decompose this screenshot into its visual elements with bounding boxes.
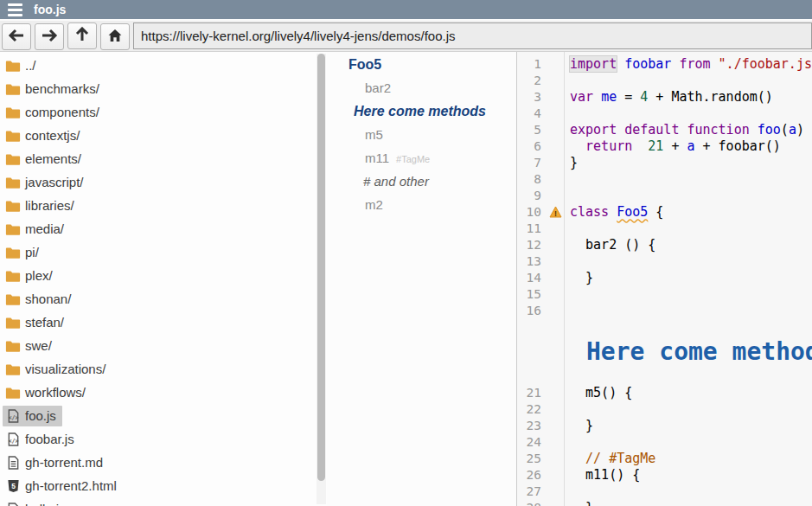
menu-icon[interactable] (8, 3, 22, 16)
outline-label: # and other (363, 174, 429, 189)
code-line-6[interactable]: 6 return 21 + a + foobar() (517, 138, 812, 154)
line-number: 6 (517, 139, 546, 153)
warning-icon[interactable]: ! (546, 206, 565, 218)
outline-label: m11 (365, 151, 389, 165)
code-text: export default function foo(a) (570, 122, 804, 138)
outline-label: bar2 (365, 80, 391, 95)
line-number: 22 (517, 402, 546, 416)
line-number: 27 (517, 484, 546, 498)
outline-item-foo5[interactable]: Foo5 (327, 57, 516, 80)
file-row-gh-torrent2-html[interactable]: 5gh-torrent2.html (0, 474, 327, 497)
file-row-javascript[interactable]: javascript/ (0, 170, 327, 194)
code-line-3[interactable]: 3var me = 4 + Math.random() (517, 88, 812, 105)
code-line-28[interactable]: 28 } (517, 499, 812, 506)
code-line-4[interactable]: 4 (517, 105, 812, 121)
folder-icon (4, 338, 22, 354)
file-row-gh-torrent-md[interactable]: gh-torrent.md (0, 451, 327, 474)
file-row-media[interactable]: media/ (0, 217, 327, 240)
file-row-shonan[interactable]: shonan/ (0, 287, 327, 311)
scrollbar-thumb[interactable] (317, 54, 325, 481)
up-button[interactable] (67, 22, 97, 49)
code-line-2[interactable]: 2 (517, 72, 812, 88)
code-line-11[interactable]: 11 (517, 220, 812, 236)
url-input[interactable] (133, 22, 812, 49)
code-line-21[interactable]: 21 m5() { (517, 384, 812, 400)
outline-item-m11[interactable]: m11#TagMe (327, 151, 516, 174)
line-number: 23 (517, 419, 546, 432)
file-label: components/ (25, 105, 99, 119)
folder-icon (4, 268, 22, 284)
code-line-12[interactable]: 12 bar2 () { (517, 236, 812, 253)
home-button[interactable] (100, 23, 130, 50)
file-label: gh-torrent2.html (25, 478, 117, 493)
code-line-25[interactable]: 25 // #TagMe (517, 450, 812, 466)
file-list-scrollbar[interactable] (316, 54, 326, 504)
line-number: 12 (517, 238, 546, 252)
file-row-[interactable]: ../ (0, 54, 327, 77)
file-row-swe[interactable]: swe/ (0, 334, 327, 357)
file-row-foobar-js[interactable]: </>foobar.js (0, 427, 327, 451)
code-line-10[interactable]: 10!class Foo5 { (517, 203, 812, 220)
file-row-plex[interactable]: plex/ (0, 264, 327, 287)
line-number: 25 (517, 452, 546, 465)
code-line-5[interactable]: 5export default function foo(a) (517, 121, 812, 138)
file-row-benchmarks[interactable]: benchmarks/ (0, 77, 327, 100)
file-row-hello-js[interactable]: </>hello.js (0, 497, 327, 506)
file-row-components[interactable]: components/ (0, 100, 327, 124)
code-editor-pane[interactable]: 1import foobar from "./foobar.js"23var m… (517, 52, 812, 506)
line-number: 11 (517, 221, 546, 235)
folder-icon (4, 291, 22, 307)
file-row-pi[interactable]: pi/ (0, 240, 327, 264)
code-line-7[interactable]: 7} (517, 154, 812, 170)
main-area: ../benchmarks/components/contextjs/eleme… (0, 52, 812, 506)
line-number: 8 (517, 172, 546, 186)
svg-text:</>: </> (8, 437, 18, 444)
svg-text:!: ! (554, 208, 557, 217)
outline-label: Foo5 (348, 57, 381, 73)
code-line-26[interactable]: 26 m11() { (517, 466, 812, 483)
code-text: return 21 + a + foobar() (570, 138, 781, 154)
code-text: // #TagMe (570, 451, 655, 466)
file-label: media/ (25, 221, 64, 236)
code-line-1[interactable]: 1import foobar from "./foobar.js" (517, 55, 812, 72)
outline-item-m2[interactable]: m2 (327, 197, 516, 221)
arrow-up-icon (75, 27, 89, 45)
svg-text:5: 5 (11, 481, 16, 490)
code-text: } (570, 418, 593, 433)
code-heading-line[interactable]: Here come methods (517, 318, 812, 384)
line-number: 15 (517, 287, 546, 301)
file-label: foobar.js (25, 432, 74, 446)
outline-item-m5[interactable]: m5 (327, 127, 516, 151)
code-line-15[interactable]: 15 (517, 285, 812, 302)
outline-pane: Foo5bar2Here come methodsm5m11#TagMe# an… (327, 52, 517, 506)
line-number: 24 (517, 435, 546, 449)
file-row-visualizations[interactable]: visualizations/ (0, 357, 327, 381)
file-row-stefan[interactable]: stefan/ (0, 311, 327, 334)
code-line-16[interactable]: 16 (517, 302, 812, 318)
file-row-elements[interactable]: elements/ (0, 147, 327, 170)
code-line-27[interactable]: 27 (517, 483, 812, 499)
outline-label: m5 (365, 127, 383, 142)
outline-item-and-other[interactable]: # and other (327, 174, 516, 197)
forward-button[interactable] (35, 23, 64, 50)
gutter-separator (564, 52, 565, 506)
file-label: javascript/ (25, 175, 84, 189)
file-row-contextjs[interactable]: contextjs/ (0, 124, 327, 147)
navigation-bar (0, 19, 812, 52)
code-line-14[interactable]: 14 } (517, 269, 812, 285)
file-label: shonan/ (25, 291, 71, 306)
file-row-workflows[interactable]: workflows/ (0, 381, 327, 404)
code-line-13[interactable]: 13 (517, 253, 812, 269)
outline-item-bar2[interactable]: bar2 (327, 80, 516, 104)
code-line-22[interactable]: 22 (517, 400, 812, 417)
file-row-foo-js[interactable]: </>foo.js (0, 404, 327, 427)
code-line-23[interactable]: 23 } (517, 417, 812, 433)
code-line-9[interactable]: 9 (517, 187, 812, 203)
file-row-libraries[interactable]: libraries/ (0, 194, 327, 217)
back-button[interactable] (2, 23, 31, 50)
code-line-8[interactable]: 8 (517, 170, 812, 187)
code-line-24[interactable]: 24 (517, 433, 812, 450)
line-number: 9 (517, 189, 546, 202)
arrow-right-icon (41, 29, 58, 45)
outline-item-here-come-methods[interactable]: Here come methods (327, 104, 516, 127)
